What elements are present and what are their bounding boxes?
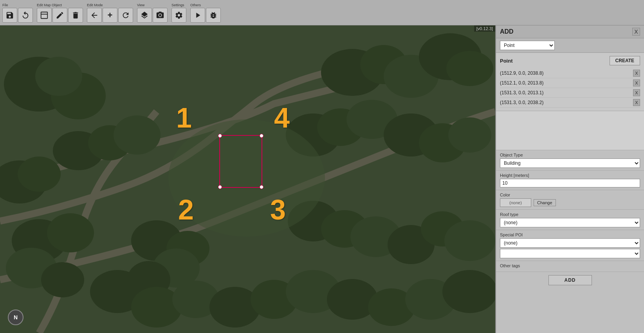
coord-delete-1[interactable]: X bbox=[633, 79, 640, 86]
save-button[interactable] bbox=[2, 8, 17, 23]
height-group: Height [meters] bbox=[496, 171, 644, 190]
point-label-1: 1 bbox=[176, 102, 192, 134]
coord-delete-2[interactable]: X bbox=[633, 89, 640, 96]
edit-map-label: Edit Map Object bbox=[37, 3, 62, 7]
others-label: Others bbox=[190, 3, 201, 7]
object-type-select[interactable]: Building Road Terrain Vegetation bbox=[500, 158, 640, 168]
add-button[interactable]: ADD bbox=[548, 275, 592, 285]
special-poi-label: Special POI bbox=[500, 232, 640, 237]
coord-row-2: (1531.3, 0.0, 2013.1) X bbox=[500, 88, 640, 98]
coord-row-0: (1512.9, 0.0, 2038.8) X bbox=[500, 68, 640, 78]
svg-rect-0 bbox=[41, 12, 48, 19]
color-label: Color bbox=[500, 193, 640, 197]
add-btn-row: ADD bbox=[496, 272, 644, 288]
panel-empty-area bbox=[496, 111, 644, 150]
coord-delete-3[interactable]: X bbox=[633, 99, 640, 106]
svg-point-14 bbox=[114, 115, 161, 155]
svg-point-4 bbox=[35, 57, 82, 96]
settings-label: Settings bbox=[171, 3, 184, 7]
svg-point-9 bbox=[446, 51, 493, 86]
coord-text-0: (1512.9, 0.0, 2038.8) bbox=[500, 70, 543, 76]
edit-object-button[interactable] bbox=[52, 8, 67, 23]
coord-text-3: (1531.3, 0.0, 2038.2) bbox=[500, 100, 543, 105]
map-area[interactable]: 1 2 3 4 N [v0.12.3] bbox=[0, 25, 495, 333]
panel-title: ADD bbox=[500, 28, 514, 35]
add-point-button[interactable]: + bbox=[103, 8, 117, 23]
svg-point-24 bbox=[41, 262, 84, 297]
coord-delete-0[interactable]: X bbox=[633, 70, 640, 77]
coord-text-1: (1512.1, 0.0, 2013.8) bbox=[500, 80, 543, 86]
color-swatch: (none) bbox=[500, 198, 531, 207]
new-object-button[interactable] bbox=[37, 8, 52, 23]
layers-button[interactable] bbox=[137, 8, 152, 23]
delete-object-button[interactable] bbox=[68, 8, 83, 23]
svg-point-22 bbox=[47, 213, 94, 252]
coord-row-3: (1531.3, 0.0, 2038.2) X bbox=[500, 98, 640, 108]
corner-handle-tr[interactable] bbox=[260, 134, 263, 138]
other-tags-group: Other tags bbox=[496, 261, 644, 272]
map-selection-rect bbox=[219, 135, 262, 188]
toolbar: File Edit Map Object Edit Mode bbox=[0, 0, 644, 25]
coord-text-2: (1531.3, 0.0, 2013.1) bbox=[500, 90, 543, 95]
special-poi-select[interactable]: (none) Hospital School Park bbox=[500, 238, 640, 248]
reset-button[interactable] bbox=[118, 8, 133, 23]
object-type-label: Object Type bbox=[500, 153, 640, 157]
version-label: [v0.12.3] bbox=[474, 25, 495, 32]
roof-type-label: Roof type bbox=[500, 212, 640, 217]
toolbar-section-others: Others bbox=[190, 2, 221, 23]
move-button[interactable] bbox=[87, 8, 102, 23]
svg-point-20 bbox=[448, 117, 491, 153]
change-color-button[interactable]: Change bbox=[534, 199, 556, 206]
toolbar-section-edit-map: Edit Map Object bbox=[37, 2, 83, 23]
corner-handle-tl[interactable] bbox=[218, 134, 222, 138]
settings-button[interactable] bbox=[171, 8, 186, 23]
create-button[interactable]: CREATE bbox=[610, 56, 640, 65]
color-group: Color (none) Change bbox=[496, 190, 644, 210]
right-panel: ADD X Point Line Polygon Point CREATE (1… bbox=[495, 25, 644, 333]
compass-label: N bbox=[14, 314, 18, 320]
point-label-2: 2 bbox=[178, 194, 194, 226]
panel-point-section: Point CREATE (1512.9, 0.0, 2038.8) X (15… bbox=[496, 53, 644, 111]
point-label-4: 4 bbox=[274, 102, 290, 134]
bug-button[interactable] bbox=[206, 8, 221, 23]
toolbar-section-file: File bbox=[2, 2, 33, 23]
svg-point-34 bbox=[444, 220, 495, 261]
special-poi-sub-select[interactable] bbox=[500, 249, 640, 258]
panel-header: ADD X bbox=[496, 25, 644, 38]
toolbar-section-view: View bbox=[137, 2, 168, 23]
roof-type-select[interactable]: (none) Flat Gabled bbox=[500, 218, 640, 227]
undo-button[interactable] bbox=[18, 8, 33, 23]
toolbar-section-edit-mode: Edit Mode + bbox=[87, 2, 133, 23]
play-button[interactable] bbox=[190, 8, 205, 23]
edit-mode-label: Edit Mode bbox=[87, 3, 103, 7]
panel-close-button[interactable]: X bbox=[632, 28, 640, 36]
other-tags-label: Other tags bbox=[500, 263, 640, 268]
object-type-group: Object Type Building Road Terrain Vegeta… bbox=[496, 150, 644, 171]
special-poi-group: Special POI (none) Hospital School Park bbox=[496, 230, 644, 261]
svg-point-44 bbox=[442, 270, 495, 313]
height-label: Height [meters] bbox=[500, 173, 640, 178]
svg-point-11 bbox=[18, 157, 61, 192]
color-value: (none) bbox=[509, 200, 522, 205]
main-content: 1 2 3 4 N [v0.12.3] ADD X Point bbox=[0, 25, 644, 333]
corner-handle-bl[interactable] bbox=[218, 185, 222, 189]
height-input[interactable] bbox=[500, 179, 640, 187]
type-select[interactable]: Point Line Polygon bbox=[500, 41, 555, 50]
camera-button[interactable] bbox=[153, 8, 168, 23]
toolbar-section-settings: Settings bbox=[171, 2, 186, 23]
view-label: View bbox=[137, 3, 144, 7]
roof-type-group: Roof type (none) Flat Gabled bbox=[496, 210, 644, 230]
coord-row-1: (1512.1, 0.0, 2013.8) X bbox=[500, 78, 640, 88]
compass: N bbox=[8, 310, 23, 325]
point-section-label: Point bbox=[500, 58, 513, 64]
panel-type-section: Point Line Polygon bbox=[496, 38, 644, 53]
file-label: File bbox=[2, 3, 8, 7]
point-label-3: 3 bbox=[270, 194, 286, 226]
corner-handle-br[interactable] bbox=[260, 185, 263, 189]
